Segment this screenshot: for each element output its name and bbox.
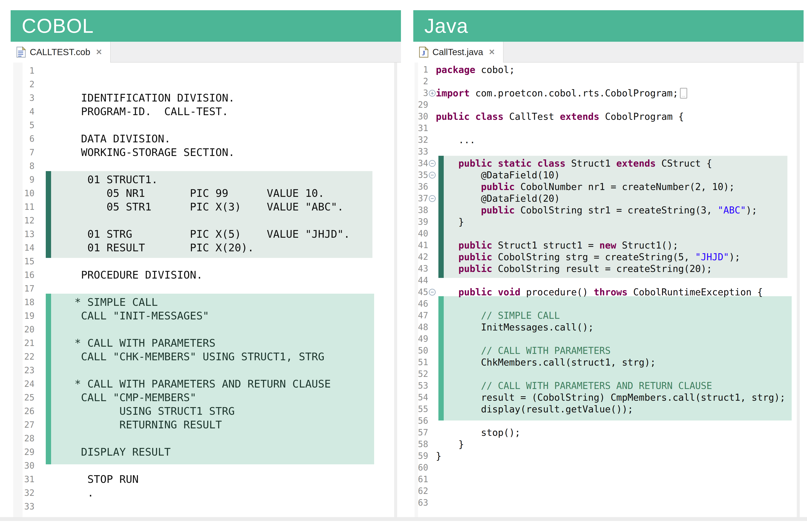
code-line[interactable]: 34− public static class Struct1 extends … (413, 157, 804, 169)
code-line[interactable]: 58 } (413, 438, 804, 450)
code-line[interactable]: 48 InitMessages.call(); (413, 321, 804, 333)
code-line[interactable]: 4 PROGRAM-ID. CALL-TEST. (11, 105, 401, 118)
fold-collapse-icon[interactable]: − (429, 172, 436, 178)
code-line[interactable]: 25 CALL "CMP-MEMBERS" (11, 391, 401, 404)
code-line[interactable]: 44 (413, 274, 804, 286)
vertical-scrollbar[interactable] (797, 62, 800, 517)
code-line[interactable]: 3+import com.proetcon.cobol.rts.CobolPro… (413, 87, 804, 99)
code-line[interactable]: 12 (11, 214, 401, 227)
code-line[interactable]: 30public class CallTest extends CobolPro… (413, 111, 804, 122)
code-line[interactable]: 2 (413, 76, 804, 87)
code-line[interactable]: 41 public Struct1 struct1 = new Struct1(… (413, 240, 804, 251)
folding-column (35, 323, 44, 336)
code-text: 05 NR1 PIC 99 VALUE 10. (44, 186, 324, 200)
fold-expand-icon[interactable]: + (429, 90, 436, 97)
code-line[interactable]: 5 (11, 118, 401, 132)
fold-collapse-icon[interactable]: − (429, 289, 436, 296)
code-line[interactable]: 28 (11, 432, 401, 445)
collapsed-region-icon[interactable]: ‥ (680, 88, 687, 98)
plain-code (532, 158, 537, 169)
code-line[interactable]: 7 WORKING-STORAGE SECTION. (11, 146, 401, 159)
code-line[interactable]: 18 * SIMPLE CALL (11, 296, 401, 309)
code-line[interactable]: 20 (11, 323, 401, 336)
fold-collapse-icon[interactable]: − (429, 160, 436, 167)
tab-close-icon[interactable]: ✕ (488, 48, 495, 56)
code-line[interactable]: 33 (413, 146, 804, 157)
code-line[interactable]: 36 public CobolNumber nr1 = createNumber… (413, 181, 804, 193)
code-line[interactable]: 50 // CALL WITH PARAMETERS (413, 345, 804, 357)
line-number: 30 (11, 459, 35, 472)
code-line[interactable]: 31 (413, 122, 804, 134)
code-line[interactable]: 39 } (413, 216, 804, 228)
code-line[interactable]: 30 (11, 459, 401, 472)
folding-column: − (428, 193, 436, 204)
code-line[interactable]: 8 (11, 159, 401, 173)
line-number: 1 (413, 64, 428, 76)
code-line[interactable]: 40 (413, 228, 804, 240)
code-line[interactable]: 60 (413, 462, 804, 474)
plain-code (436, 251, 458, 262)
code-line[interactable]: 19 CALL "INIT-MESSAGES" (11, 309, 401, 323)
cobol-code-area[interactable]: 123 IDENTIFICATION DIVISION.4 PROGRAM-ID… (11, 62, 401, 517)
code-line[interactable]: 29 (413, 99, 804, 111)
code-line[interactable]: 31 STOP RUN (11, 472, 401, 486)
code-line[interactable]: 56 (413, 415, 804, 427)
code-line[interactable]: 63 (413, 497, 804, 509)
code-line[interactable]: 38 public CobolString str1 = createStrin… (413, 204, 804, 216)
code-text: RETURNING RESULT (44, 418, 222, 432)
code-line[interactable]: 1package cobol; (413, 64, 804, 76)
code-line[interactable]: 43 public CobolString result = createStr… (413, 263, 804, 274)
fold-collapse-icon[interactable]: − (429, 195, 436, 202)
code-line[interactable]: 24 * CALL WITH PARAMETERS AND RETURN CLA… (11, 377, 401, 391)
code-line[interactable]: 35− @DataField(10) (413, 169, 804, 181)
code-line[interactable]: 11 05 STR1 PIC X(3) VALUE "ABC". (11, 200, 401, 214)
tab-calltest-java[interactable]: J CallTest.java ✕ (413, 42, 503, 62)
folding-column (428, 111, 436, 122)
code-line[interactable]: 47 // SIMPLE CALL (413, 310, 804, 321)
tab-calltest-cob[interactable]: CALLTEST.cob ✕ (11, 42, 111, 62)
code-line[interactable]: 16 PROCEDURE DIVISION. (11, 268, 401, 282)
code-line[interactable]: 32 . (11, 486, 401, 500)
code-line[interactable]: 1 (11, 64, 401, 77)
code-line[interactable]: 59} (413, 450, 804, 462)
code-line[interactable]: 27 RETURNING RESULT (11, 418, 401, 432)
tab-close-icon[interactable]: ✕ (96, 48, 102, 56)
code-line[interactable]: 45− public void procedure() throws Cobol… (413, 286, 804, 298)
plain-code: CobolNumber nr1 = createNumber(2, 10); (515, 181, 735, 192)
code-line[interactable]: 46 (413, 298, 804, 310)
code-line[interactable]: 14 01 RESULT PIC X(20). (11, 241, 401, 254)
code-line[interactable]: 42 public CobolString strg = createStrin… (413, 251, 804, 263)
code-line[interactable]: 37− @DataField(20) (413, 193, 804, 204)
code-line[interactable]: 55 display(result.getValue()); (413, 403, 804, 415)
code-line[interactable]: 32 ... (413, 134, 804, 146)
folding-column (428, 368, 436, 380)
code-line[interactable]: 33 (11, 500, 401, 513)
code-line[interactable]: 51 ChkMembers.call(struct1, strg); (413, 357, 804, 368)
code-text: * CALL WITH PARAMETERS AND RETURN CLAUSE (44, 377, 331, 391)
code-line[interactable]: 54 result = (CobolString) CmpMembers.cal… (413, 392, 804, 403)
code-line[interactable]: 6 DATA DIVISION. (11, 132, 401, 146)
code-line[interactable]: 9 01 STRUCT1. (11, 173, 401, 186)
code-line[interactable]: 57 stop(); (413, 427, 804, 438)
code-line[interactable]: 62 (413, 485, 804, 497)
java-code-area[interactable]: 1package cobol;23+import com.proetcon.co… (413, 62, 804, 517)
code-line[interactable]: 3 IDENTIFICATION DIVISION. (11, 91, 401, 105)
code-line[interactable]: 23 (11, 363, 401, 377)
code-line[interactable]: 17 (11, 282, 401, 296)
java-keyword: new (599, 240, 616, 251)
code-line[interactable]: 15 (11, 254, 401, 268)
code-line[interactable]: 29 DISPLAY RESULT (11, 445, 401, 459)
line-number: 58 (413, 438, 428, 450)
code-line[interactable]: 52 (413, 368, 804, 380)
code-line[interactable]: 26 USING STRUCT1 STRG (11, 404, 401, 418)
line-number: 54 (413, 392, 428, 403)
code-line[interactable]: 2 (11, 77, 401, 91)
code-line[interactable]: 49 (413, 333, 804, 345)
code-line[interactable]: 21 * CALL WITH PARAMETERS (11, 336, 401, 350)
code-line[interactable]: 22 CALL "CHK-MEMBERS" USING STRUCT1, STR… (11, 350, 401, 363)
code-line[interactable]: 10 05 NR1 PIC 99 VALUE 10. (11, 186, 401, 200)
code-line[interactable]: 61 (413, 474, 804, 485)
code-line[interactable]: 53 // CALL WITH PARAMETERS AND RETURN CL… (413, 380, 804, 392)
code-line[interactable]: 13 01 STRG PIC X(5) VALUE "JHJD". (11, 227, 401, 241)
vertical-scrollbar[interactable] (394, 62, 397, 517)
